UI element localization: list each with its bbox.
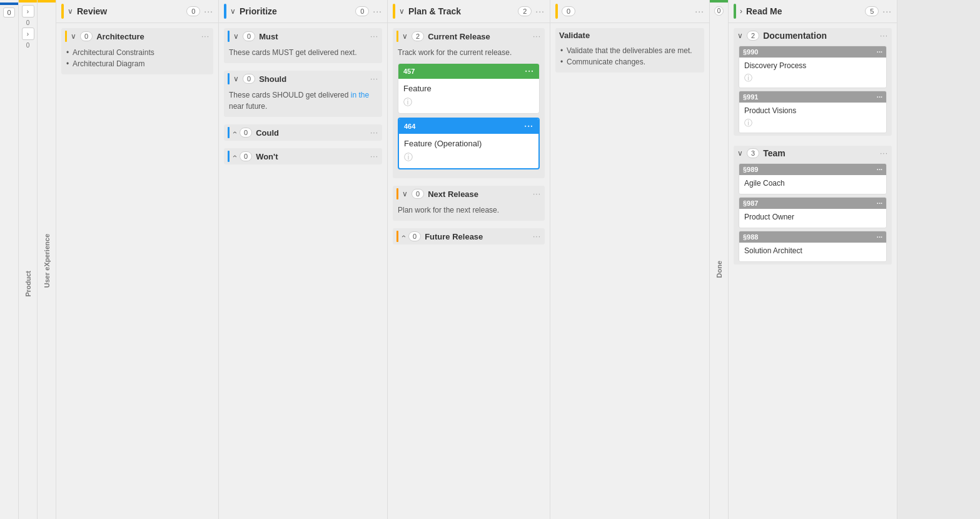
could-chevron[interactable]: › <box>230 131 239 134</box>
subgroup-documentation: ∨ 2 Documentation ··· §990 ··· Discovery… <box>734 28 892 136</box>
should-title: Should <box>259 74 366 84</box>
plan-track-body: ∨ 2 Current Release ··· Track work for t… <box>388 23 550 519</box>
could-header[interactable]: › 0 Could ··· <box>224 124 382 141</box>
card-457-title: Feature <box>403 84 534 93</box>
card-991-icon[interactable]: ⓘ <box>744 118 752 128</box>
card-991[interactable]: §991 ··· Product Visions ⓘ <box>739 91 887 133</box>
wont-header[interactable]: › 0 Won't ··· <box>224 148 382 164</box>
card-989-menu[interactable]: ··· <box>877 166 882 173</box>
sidebar-top-bar <box>0 3 18 5</box>
read-me-title: Read Me <box>746 6 861 16</box>
documentation-header[interactable]: ∨ 2 Documentation ··· <box>734 28 892 43</box>
wont-title: Won't <box>256 152 366 161</box>
card-457-menu[interactable]: ··· <box>525 66 534 76</box>
future-release-count: 0 <box>408 231 421 241</box>
review-count: 0 <box>186 6 200 16</box>
next-release-menu[interactable]: ··· <box>533 189 541 198</box>
review-menu[interactable]: ··· <box>204 6 213 16</box>
backlog-area: › 0 › 0 Product User eXperience <box>19 0 56 519</box>
prioritize-count: 0 <box>355 6 369 16</box>
documentation-menu[interactable]: ··· <box>880 31 888 40</box>
card-457-info[interactable]: ⓘ <box>403 97 412 107</box>
must-body: These cards MUST get delivered next. <box>224 44 382 63</box>
card-990[interactable]: §990 ··· Discovery Process ⓘ <box>739 46 887 88</box>
wont-accent <box>228 151 230 162</box>
validate-accent <box>555 4 558 19</box>
must-menu[interactable]: ··· <box>370 32 378 41</box>
product-arrow-up[interactable]: › <box>22 5 34 18</box>
review-chevron[interactable]: ∨ <box>68 7 73 16</box>
future-release-chevron[interactable]: › <box>399 235 408 238</box>
must-count: 0 <box>243 31 255 41</box>
current-release-chevron[interactable]: ∨ <box>402 32 408 41</box>
documentation-chevron[interactable]: ∨ <box>737 31 743 40</box>
future-release-menu[interactable]: ··· <box>533 232 541 241</box>
must-chevron[interactable]: ∨ <box>233 32 239 41</box>
architecture-header[interactable]: ∨ 0 Architecture ··· <box>61 28 213 44</box>
future-release-header[interactable]: › 0 Future Release ··· <box>393 228 545 244</box>
sidebar: 0 <box>0 0 19 519</box>
should-header[interactable]: ∨ 0 Should ··· <box>224 71 382 87</box>
card-988-menu[interactable]: ··· <box>877 233 882 241</box>
card-988-body: Solution Architect <box>739 243 886 261</box>
card-991-id: §991 <box>743 93 758 101</box>
wont-chevron[interactable]: › <box>230 155 239 158</box>
card-987-menu[interactable]: ··· <box>877 199 882 207</box>
could-count: 0 <box>240 128 252 138</box>
card-464-menu[interactable]: ··· <box>524 121 533 131</box>
validate-menu[interactable]: ··· <box>695 6 704 16</box>
architecture-menu[interactable]: ··· <box>201 32 210 41</box>
product-bar <box>19 0 37 3</box>
review-header: ∨ Review 0 ··· <box>56 0 218 23</box>
prioritize-title: Prioritize <box>240 6 351 16</box>
must-header[interactable]: ∨ 0 Must ··· <box>224 28 382 44</box>
could-title: Could <box>256 128 366 138</box>
read-me-menu[interactable]: ··· <box>882 6 892 16</box>
prioritize-menu[interactable]: ··· <box>373 6 382 16</box>
team-chevron[interactable]: ∨ <box>737 149 743 158</box>
current-release-header[interactable]: ∨ 2 Current Release ··· <box>393 28 545 44</box>
card-987[interactable]: §987 ··· Product Owner <box>739 197 887 228</box>
card-464[interactable]: 464 ··· Feature (Operational) ⓘ <box>398 118 540 169</box>
next-release-chevron[interactable]: ∨ <box>402 189 408 198</box>
card-457[interactable]: 457 ··· Feature ⓘ <box>398 63 540 114</box>
done-label-wrap: Done <box>710 19 728 519</box>
card-990-menu[interactable]: ··· <box>877 48 882 56</box>
next-release-title: Next Release <box>428 189 529 199</box>
architecture-chevron[interactable]: ∨ <box>71 32 76 41</box>
prioritize-chevron[interactable]: ∨ <box>230 7 236 16</box>
next-release-header[interactable]: ∨ 0 Next Release ··· <box>393 186 545 202</box>
card-457-body: Feature ⓘ <box>398 79 539 113</box>
validate-swimlane-header: Validate <box>555 28 704 43</box>
card-989[interactable]: §989 ··· Agile Coach <box>739 163 887 194</box>
subgroup-team: ∨ 3 Team ··· §989 ··· Agile Coach <box>734 146 892 265</box>
must-description: These cards MUST get delivered next. <box>229 47 377 58</box>
card-987-id: §987 <box>743 199 758 207</box>
card-464-body: Feature (Operational) ⓘ <box>399 134 538 168</box>
card-991-menu[interactable]: ··· <box>877 93 882 101</box>
backlog-item-product: › 0 › 0 Product <box>19 0 38 519</box>
next-release-desc: Plan work for the next release. <box>398 204 540 216</box>
read-me-accent <box>734 4 736 19</box>
read-me-chevron[interactable]: › <box>740 7 742 16</box>
wont-menu[interactable]: ··· <box>370 152 378 161</box>
card-990-icon[interactable]: ⓘ <box>744 73 752 83</box>
team-header[interactable]: ∨ 3 Team ··· <box>734 146 892 161</box>
validate-header: 0 ··· <box>550 0 709 23</box>
card-987-header: §987 ··· <box>739 198 886 209</box>
wont-count: 0 <box>240 151 252 161</box>
product-arrow-down[interactable]: › <box>22 28 34 40</box>
card-988[interactable]: §988 ··· Solution Architect <box>739 231 887 262</box>
team-menu[interactable]: ··· <box>880 149 888 158</box>
current-release-menu[interactable]: ··· <box>533 32 541 41</box>
should-chevron[interactable]: ∨ <box>233 74 239 83</box>
architecture-body: Architectural Constraints Architectural … <box>61 44 213 74</box>
swimlane-validate: Validate Validate that the deliverables … <box>555 28 704 73</box>
team-title: Team <box>763 148 876 158</box>
should-menu[interactable]: ··· <box>370 74 378 83</box>
plan-track-chevron[interactable]: ∨ <box>399 7 405 16</box>
could-menu[interactable]: ··· <box>370 128 378 137</box>
column-validate: 0 ··· Validate Validate that the deliver… <box>550 0 710 519</box>
plan-track-menu[interactable]: ··· <box>535 6 545 16</box>
card-464-info[interactable]: ⓘ <box>404 152 413 162</box>
